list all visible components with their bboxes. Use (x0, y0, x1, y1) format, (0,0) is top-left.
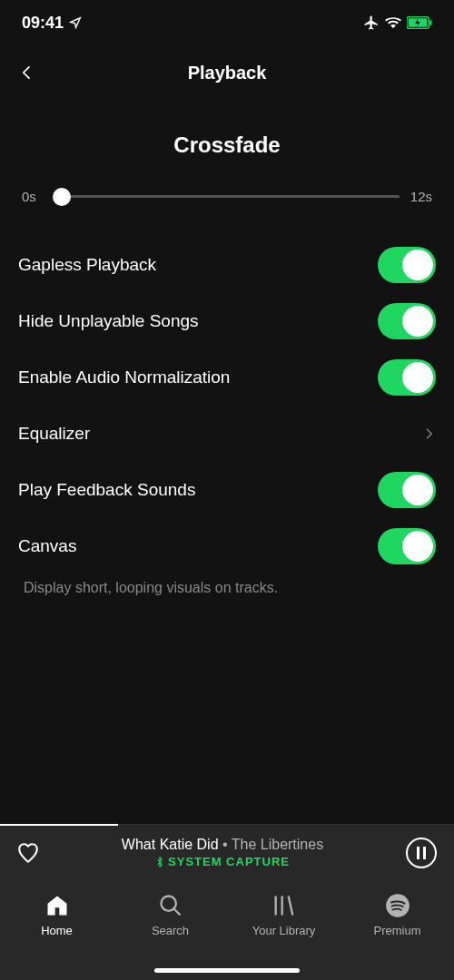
tab-label: Your Library (252, 924, 316, 937)
toggle-normalization[interactable] (378, 359, 436, 396)
home-indicator[interactable] (154, 968, 300, 973)
setting-label: Play Feedback Sounds (18, 480, 195, 500)
track-artist: The Libertines (232, 837, 323, 852)
now-playing-info: What Katie Did • The Libertines SYSTEM C… (40, 837, 405, 868)
toggle-knob (402, 306, 433, 337)
playback-device: SYSTEM CAPTURE (40, 855, 405, 868)
setting-hide-unplayable: Hide Unplayable Songs (18, 293, 436, 349)
device-name: SYSTEM CAPTURE (168, 855, 290, 868)
pause-button[interactable] (405, 837, 438, 869)
like-button[interactable] (16, 841, 40, 865)
settings-list: Gapless Playback Hide Unplayable Songs E… (0, 237, 454, 596)
svg-rect-4 (417, 847, 419, 859)
library-icon (271, 893, 297, 918)
bluetooth-icon (155, 857, 164, 867)
crossfade-slider[interactable] (54, 195, 400, 198)
svg-point-6 (161, 897, 175, 911)
header: Playback (0, 45, 454, 100)
setting-label: Gapless Playback (18, 255, 156, 275)
tab-label: Premium (373, 924, 420, 937)
setting-canvas: Canvas (18, 518, 436, 574)
spotify-icon (385, 893, 410, 918)
wifi-icon (385, 16, 401, 29)
crossfade-slider-row: 0s 12s (0, 189, 454, 204)
toggle-hide-unplayable[interactable] (378, 303, 436, 339)
back-button[interactable] (18, 64, 36, 82)
slider-thumb[interactable] (53, 188, 71, 206)
svg-rect-5 (423, 847, 426, 859)
setting-label: Canvas (18, 536, 76, 556)
crossfade-min-label: 0s (22, 189, 44, 204)
setting-label: Enable Audio Normalization (18, 368, 230, 387)
toggle-knob (402, 475, 433, 505)
tab-premium[interactable]: Premium (348, 893, 448, 937)
toggle-knob (402, 531, 433, 562)
status-bar: 09:41 (0, 0, 454, 45)
svg-rect-2 (429, 20, 431, 25)
location-icon (69, 16, 82, 29)
canvas-hint: Display short, looping visuals on tracks… (18, 574, 436, 596)
setting-normalization: Enable Audio Normalization (18, 349, 436, 406)
track-separator: • (219, 837, 232, 852)
setting-feedback-sounds: Play Feedback Sounds (18, 462, 436, 518)
toggle-gapless[interactable] (378, 247, 436, 283)
toggle-knob (402, 362, 433, 393)
setting-label: Equalizer (18, 424, 90, 444)
now-playing-bar[interactable]: What Katie Did • The Libertines SYSTEM C… (0, 824, 454, 880)
svg-point-3 (407, 838, 436, 867)
page-title: Playback (188, 63, 267, 83)
crossfade-max-label: 12s (410, 189, 432, 204)
battery-icon (407, 16, 432, 29)
setting-equalizer[interactable]: Equalizer (18, 406, 436, 462)
tab-library[interactable]: Your Library (234, 893, 334, 937)
toggle-knob (402, 250, 433, 280)
tab-search[interactable]: Search (121, 893, 221, 937)
airplane-mode-icon (363, 15, 380, 31)
home-icon (44, 893, 70, 918)
crossfade-title: Crossfade (0, 132, 454, 158)
now-playing-title-line: What Katie Did • The Libertines (40, 837, 405, 853)
tab-label: Search (152, 924, 189, 937)
toggle-canvas[interactable] (378, 528, 436, 564)
setting-gapless: Gapless Playback (18, 237, 436, 293)
playback-progress (0, 824, 118, 826)
tab-home[interactable]: Home (7, 893, 107, 937)
tab-label: Home (41, 924, 73, 937)
toggle-feedback-sounds[interactable] (378, 472, 436, 508)
chevron-right-icon (421, 426, 436, 441)
search-icon (158, 893, 183, 918)
status-time: 09:41 (22, 14, 64, 33)
track-title: What Katie Did (122, 837, 219, 852)
tab-bar: Home Search Your Library Premium (0, 880, 454, 980)
setting-label: Hide Unplayable Songs (18, 311, 199, 331)
